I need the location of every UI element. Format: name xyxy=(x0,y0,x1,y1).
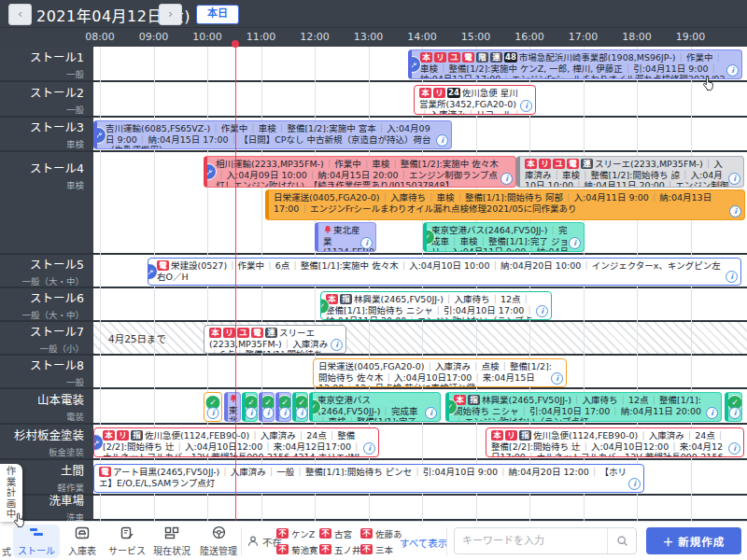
absent-badge: 不 xyxy=(319,544,331,554)
info-icon[interactable]: i xyxy=(706,407,718,419)
info-icon[interactable]: i xyxy=(246,407,258,419)
info-icon[interactable]: i xyxy=(729,407,741,419)
schedule-bar[interactable]: 吉川運輸(6085,FS65VZ-)｜作業中｜車検｜整備[1/2]:実施中 宮本… xyxy=(93,120,452,149)
schedule-bar[interactable]: 本指林興業(2465,FV50JJ-)｜入庫待ち｜12点｜整備[1/1]:開始待… xyxy=(320,291,552,320)
info-icon[interactable]: i xyxy=(500,173,513,185)
info-icon[interactable]: i xyxy=(363,442,375,455)
row-header-8[interactable]: ストール8一般 xyxy=(0,356,93,387)
schedule-bar[interactable]: 東北産業 xyxy=(224,392,241,422)
schedule-bar[interactable]: 本リユ電階連48市場急配浜川崎事業部(1908,MS96JP-)｜作業中｜車検｜… xyxy=(408,49,742,79)
hour-label: 08:00 xyxy=(85,31,115,43)
show-all-link[interactable]: すべて表示 xyxy=(400,536,447,550)
status-badge: ユ xyxy=(448,52,460,63)
info-icon[interactable]: i xyxy=(296,407,308,419)
schedule-bar[interactable]: 東北産業(1124,FEB90-0i xyxy=(315,222,376,252)
tab-ストール[interactable]: ストール xyxy=(13,525,60,558)
tab-label: 現在状況 xyxy=(153,543,190,557)
schedule-bar[interactable]: 本リ指佐川急便(1124,FEB90-0)｜入庫済み｜24点｜整備[2/2]:開… xyxy=(93,427,379,457)
search-input[interactable] xyxy=(455,535,607,547)
row-header-5[interactable]: ストール5一般（大・中） xyxy=(0,255,93,287)
schedule-bar[interactable]: 本リユ電連スリーエ(2233,MP35FM-)｜入庫済み｜車検｜整備[1/2]:… xyxy=(516,156,744,188)
info-icon[interactable]: i xyxy=(726,64,739,77)
tab-入庫表[interactable]: 入庫表 xyxy=(62,525,103,558)
schedule-bar[interactable]: ✓i xyxy=(259,392,275,422)
schedule-bar[interactable]: 本リ指佐川急便(1124,FEB90-0)｜入庫済み｜24点｜整備[2/2]:開… xyxy=(486,427,744,457)
status-badge: 連 xyxy=(490,52,502,63)
info-icon[interactable]: i xyxy=(726,271,738,283)
absent-person: 不古宮 xyxy=(319,526,362,540)
row-label: ストール8 xyxy=(30,356,84,373)
info-icon[interactable]: i xyxy=(262,407,275,419)
row-header-10[interactable]: 杉村板金塗装板金塗装 xyxy=(0,425,93,458)
status-badge: リ xyxy=(505,430,517,441)
row-label: ストール2 xyxy=(30,83,84,101)
info-icon[interactable]: i xyxy=(331,339,343,351)
row-label: ストール3 xyxy=(30,118,84,135)
bar-text: 相川運輸(2233,MP35FM-)｜作業中｜車検｜整備[1/2]:実施中 佐々… xyxy=(216,159,499,188)
row-header-3[interactable]: ストール3車検 xyxy=(0,118,93,150)
info-icon[interactable]: i xyxy=(728,442,740,455)
row-header-9[interactable]: 山本電装電装 xyxy=(0,389,93,423)
today-button[interactable]: 本日 xyxy=(196,5,239,24)
schedule-bar[interactable]: 東京空港バス(2464,FV50JJ-)｜完成車｜車検｜整備[1/1]:完了 ジ… xyxy=(309,392,441,422)
row-header-1[interactable]: ストール1一般 xyxy=(0,47,93,80)
schedule-bar[interactable]: 日栄運送(0405,FGA20-0)｜入庫済み｜点検｜整備[1/2]:開始待ち … xyxy=(313,358,567,387)
hour-label: 13:00 xyxy=(354,31,384,43)
schedule-bar[interactable]: ✓i xyxy=(725,392,742,422)
schedule-bar[interactable]: 日栄運送(0405,FGA20-0)｜入庫待ち｜車検｜整備[1/1]:開始待ち … xyxy=(265,189,745,220)
info-icon[interactable]: i xyxy=(569,237,581,249)
row-label: 土間 xyxy=(61,461,84,479)
row-header-7[interactable]: ストール7一般（小） xyxy=(0,322,93,354)
schedule-bar[interactable]: ✓i xyxy=(292,392,308,422)
bar-text: アート目黒(2465,FV50JJ-)｜入庫済み｜一般｜整備[1/1]:開始待ち… xyxy=(99,467,627,488)
status-badge: リ xyxy=(433,88,445,98)
schedule-bar[interactable]: 本リユ電連スリーエ(2233,MP35FM-)｜入庫済み｜6点｜整備[1/1]:… xyxy=(204,325,346,354)
person-icon xyxy=(247,535,260,548)
info-icon[interactable]: i xyxy=(279,407,291,419)
info-icon[interactable]: i xyxy=(536,305,548,317)
schedule-bar[interactable]: 電アート目黒(2465,FV50JJ-)｜入庫済み｜一般｜整備[1/1]:開始待… xyxy=(93,464,644,493)
garage-icon xyxy=(75,526,90,543)
info-icon[interactable]: i xyxy=(360,237,373,249)
info-icon[interactable]: i xyxy=(628,478,641,490)
info-icon[interactable]: i xyxy=(425,407,437,419)
info-icon[interactable]: i xyxy=(520,100,532,112)
schedule-row: 4月25日までストール7一般（小） xyxy=(0,322,747,356)
tab-label: サービス xyxy=(108,543,146,557)
row-header-2[interactable]: ストール2一般 xyxy=(0,82,93,116)
status-badge: 本 xyxy=(420,52,432,63)
row-header-6[interactable]: ストール6一般（大・中） xyxy=(0,288,93,320)
row-body: 4月25日まで xyxy=(93,322,747,354)
work-planning-tab[interactable]: 作業計画中 xyxy=(0,464,22,522)
status-badge: 指 xyxy=(131,430,143,441)
info-icon[interactable]: i xyxy=(207,407,219,419)
row-header-4[interactable]: ストール4車検 xyxy=(0,152,93,253)
info-icon[interactable]: i xyxy=(729,205,741,217)
info-icon[interactable]: i xyxy=(436,134,448,147)
row-label: ストール6 xyxy=(30,288,84,306)
tab-陸送管理[interactable]: 陸送管理 xyxy=(196,525,241,558)
schedule-bar[interactable]: 本リ24佐川急便 星川営業所(3452,FGA20-0)｜入庫済み｜リコール｜整… xyxy=(414,85,536,115)
row-sublabel: 車検 xyxy=(66,178,84,191)
schedule-bar[interactable]: 相川運輸(2233,MP35FM-)｜作業中｜車検｜整備[1/2]:実施中 佐々… xyxy=(204,156,516,188)
schedule-bar[interactable]: 東京空港バス(2464,FV50JJ-)｜完成車｜車検｜整備[1/1]:完了 ジ… xyxy=(423,222,585,252)
schedule-bar[interactable]: ✓i xyxy=(204,392,222,422)
absent-badge: 不 xyxy=(276,528,289,539)
status-badge: 本 xyxy=(419,88,431,98)
next-day-button[interactable]: › xyxy=(159,4,182,25)
schedule-bar[interactable]: ✓i xyxy=(242,392,258,422)
create-new-button[interactable]: ＋ 新規作成 xyxy=(646,527,741,554)
schedule-bar[interactable]: 本指林興業(2465,FV50JJ-)｜入庫待ち｜12点｜整備[1/1]:開始待… xyxy=(445,392,722,422)
absent-badge: 不 xyxy=(276,544,289,554)
status-badge: リ xyxy=(539,159,551,169)
tab-現在状況[interactable]: 現在状況 xyxy=(149,525,194,558)
row-sublabel: 板金塗装 xyxy=(49,445,84,458)
bottom-toolbar: 式 ストール入庫表サービス現在状況陸送管理 不在 不ケンZ不菊池寛不古宮不五ノ井… xyxy=(0,521,747,560)
search-icon[interactable] xyxy=(607,528,636,553)
schedule-bar[interactable]: 電栄建設(0527)｜作業中｜6点｜整備[1/1]:実施中 佐々木｜入:04月1… xyxy=(148,258,741,286)
prev-day-button[interactable]: ‹ xyxy=(8,4,32,25)
info-icon[interactable]: i xyxy=(728,173,740,185)
info-icon[interactable]: i xyxy=(551,372,563,385)
schedule-bar[interactable]: ✓i xyxy=(275,392,291,422)
tab-サービス[interactable]: サービス xyxy=(105,525,149,558)
